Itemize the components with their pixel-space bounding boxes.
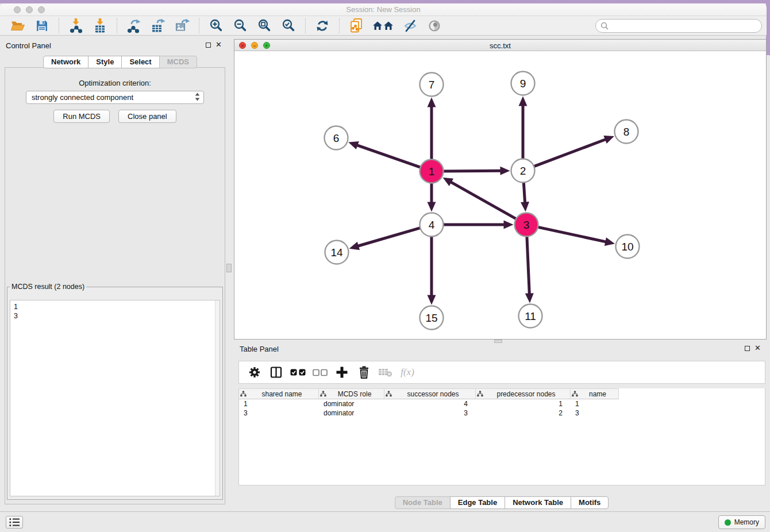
- deselect-all-icon[interactable]: [310, 364, 330, 381]
- graph-node-label: 4: [429, 219, 435, 231]
- graph-node-label: 14: [330, 246, 343, 259]
- mcds-result-box: MCDS result (2 nodes) 1 3: [7, 283, 223, 500]
- delete-icon[interactable]: [354, 364, 374, 381]
- import-network-icon[interactable]: [67, 17, 84, 34]
- import-table-icon[interactable]: [91, 17, 109, 34]
- edge-arrow-icon: [349, 242, 360, 250]
- table-panel-close-icon[interactable]: ✕: [754, 345, 761, 351]
- list-icon: [9, 518, 20, 527]
- open-session-icon[interactable]: [9, 17, 26, 34]
- criterion-dropdown[interactable]: strongly connected component: [26, 91, 204, 104]
- zoom-fit-icon[interactable]: [256, 17, 273, 34]
- column-type-icon: [240, 391, 247, 397]
- column-header-successor-nodes[interactable]: successor nodes: [384, 388, 476, 399]
- export-table-icon[interactable]: [149, 17, 167, 34]
- table-cell[interactable]: 2: [476, 408, 571, 418]
- control-panel-title: Control Panel: [6, 41, 51, 50]
- table-cell[interactable]: dominator: [319, 399, 384, 408]
- show-columns-icon[interactable]: [267, 364, 286, 381]
- run-mcds-button[interactable]: Run MCDS: [53, 110, 110, 123]
- control-panel-close-icon[interactable]: ✕: [215, 42, 222, 48]
- table-tab-network-table[interactable]: Network Table: [505, 496, 571, 509]
- add-icon[interactable]: [332, 364, 352, 381]
- edge-2-8[interactable]: [533, 139, 606, 167]
- edge-3-1[interactable]: [451, 182, 517, 219]
- zoom-selected-icon[interactable]: [280, 17, 297, 34]
- clone-network-icon[interactable]: [348, 17, 365, 34]
- table-cell[interactable]: 3: [239, 408, 319, 418]
- export-network-icon[interactable]: [125, 17, 143, 34]
- search-box[interactable]: [595, 19, 762, 33]
- column-header-shared-name[interactable]: shared name: [239, 388, 319, 399]
- task-history-button[interactable]: [6, 516, 23, 529]
- column-header-name[interactable]: name: [571, 388, 619, 399]
- edge-arrow-icon: [504, 221, 514, 229]
- table-tab-edge-table[interactable]: Edge Table: [450, 496, 505, 509]
- function-builder-icon: f(x): [398, 364, 417, 381]
- edge-arrow-icon: [521, 202, 529, 211]
- graph-node-label: 15: [425, 312, 437, 324]
- tab-network[interactable]: Network: [43, 56, 88, 68]
- panel-splitter-handle[interactable]: [226, 264, 232, 272]
- edge-arrow-icon: [500, 167, 510, 175]
- tab-select[interactable]: Select: [121, 56, 159, 68]
- network-graph[interactable]: 7968124314101511: [234, 51, 766, 339]
- table-body: 1dominator4113dominator323: [239, 399, 765, 418]
- control-panel-float-icon[interactable]: [206, 43, 211, 48]
- optimization-criterion-label: Optimization criterion:: [5, 79, 225, 87]
- table-settings-gear-icon[interactable]: [245, 364, 264, 381]
- table-cell[interactable]: 3: [384, 408, 476, 418]
- memory-status-dot: [725, 519, 731, 526]
- select-all-icon[interactable]: [288, 364, 308, 381]
- home-networks-icon[interactable]: [372, 17, 395, 34]
- mcds-result-text[interactable]: 1 3: [10, 300, 220, 496]
- edge-2-3[interactable]: [523, 181, 525, 203]
- table-splitter-handle[interactable]: [494, 340, 502, 343]
- table-panel-float-icon[interactable]: [745, 346, 750, 351]
- table-row[interactable]: 1dominator411: [239, 399, 765, 408]
- edge-arrow-icon: [605, 237, 615, 246]
- zoom-in-icon[interactable]: [207, 17, 225, 34]
- eye-icon[interactable]: [426, 17, 443, 34]
- table-panel-title: Table Panel: [240, 345, 279, 353]
- network-window: ✕ − + scc.txt 7968124314101511: [234, 39, 767, 340]
- tab-mcds[interactable]: MCDS: [159, 56, 197, 68]
- table-cell[interactable]: 1: [571, 399, 619, 408]
- hide-panels-icon[interactable]: [402, 17, 419, 34]
- table-panel-tabs: Node TableEdge TableNetwork TableMotifs: [234, 496, 770, 509]
- toolbar-separator: [117, 18, 117, 33]
- graph-node-label: 6: [333, 132, 340, 144]
- zoom-out-icon[interactable]: [232, 17, 249, 34]
- export-image-icon[interactable]: [174, 17, 191, 34]
- table-tab-node-table[interactable]: Node Table: [395, 496, 451, 509]
- search-input[interactable]: [611, 22, 761, 30]
- mcds-result-scrollbar[interactable]: [215, 300, 220, 496]
- table-row[interactable]: 3dominator323: [239, 408, 765, 418]
- column-type-icon: [572, 391, 578, 397]
- edge-3-11[interactable]: [527, 235, 530, 294]
- column-header-MCDS-role[interactable]: MCDS role: [319, 388, 384, 399]
- edge-4-14[interactable]: [357, 228, 421, 246]
- table-cell[interactable]: 3: [571, 408, 619, 418]
- table-cell[interactable]: 1: [476, 399, 571, 408]
- graph-node-label: 8: [623, 126, 630, 138]
- table-tab-motifs[interactable]: Motifs: [571, 496, 609, 509]
- app-title: Session: New Session: [0, 5, 767, 14]
- column-type-icon: [320, 391, 326, 397]
- close-panel-button[interactable]: Close panel: [118, 110, 176, 123]
- save-session-icon[interactable]: [33, 17, 51, 34]
- column-header-predecessor-nodes[interactable]: predecessor nodes: [476, 388, 571, 399]
- edge-1-6[interactable]: [356, 145, 421, 168]
- edge-1-2[interactable]: [442, 171, 501, 171]
- edge-3-10[interactable]: [537, 227, 606, 242]
- delete-table-icon: [376, 364, 395, 381]
- table-cell[interactable]: 4: [384, 399, 476, 408]
- table-cell[interactable]: 1: [239, 399, 319, 408]
- control-panel-tabs: NetworkStyleSelectMCDS: [44, 56, 197, 68]
- tab-style[interactable]: Style: [88, 56, 122, 68]
- apply-layout-icon[interactable]: [314, 17, 331, 34]
- edge-arrow-icon: [428, 295, 436, 305]
- table-cell[interactable]: dominator: [319, 408, 384, 418]
- memory-button[interactable]: Memory: [718, 515, 765, 529]
- graph-node-label: 2: [520, 165, 526, 177]
